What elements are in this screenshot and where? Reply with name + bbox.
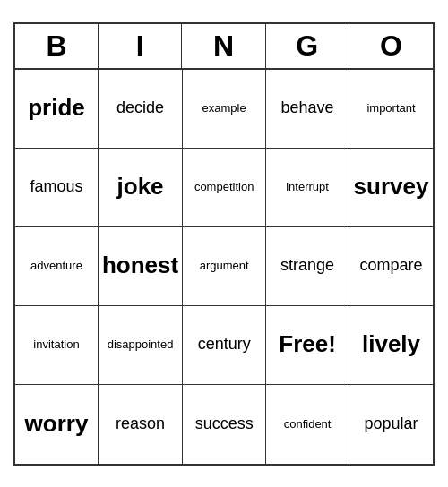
bingo-cell-text-15: invitation (33, 337, 79, 352)
bingo-cell-text-19: lively (362, 330, 420, 358)
bingo-cell-19: lively (349, 306, 433, 385)
bingo-cell-text-9: survey (354, 173, 429, 201)
bingo-cell-8: interrupt (266, 149, 349, 227)
bingo-cell-text-3: behave (281, 98, 334, 118)
bingo-cell-text-11: honest (102, 252, 178, 279)
bingo-header-letter-B: B (15, 24, 99, 68)
bingo-cell-text-8: interrupt (286, 180, 329, 194)
bingo-cell-18: Free! (266, 306, 349, 385)
bingo-cell-text-13: strange (280, 256, 334, 276)
bingo-cell-2: example (183, 70, 266, 149)
bingo-cell-text-4: important (366, 101, 415, 115)
bingo-cell-text-5: famous (30, 177, 82, 197)
bingo-cell-13: strange (266, 227, 349, 306)
bingo-cell-text-18: Free! (279, 330, 336, 358)
bingo-cell-23: confident (266, 385, 349, 464)
bingo-cell-9: survey (349, 149, 433, 227)
bingo-card: BINGO pridedecideexamplebehaveimportantf… (13, 22, 435, 466)
bingo-header-letter-O: O (349, 24, 433, 68)
bingo-header-letter-G: G (266, 24, 349, 68)
bingo-cell-text-21: reason (116, 414, 165, 434)
bingo-header-letter-N: N (182, 24, 265, 68)
bingo-cell-text-2: example (202, 101, 246, 115)
bingo-cell-text-0: pride (28, 94, 85, 122)
bingo-cell-text-22: success (195, 414, 254, 434)
bingo-cell-11: honest (99, 227, 183, 306)
bingo-cell-text-20: worry (25, 410, 89, 438)
bingo-cell-20: worry (15, 385, 99, 464)
bingo-grid: pridedecideexamplebehaveimportantfamousj… (15, 70, 433, 464)
bingo-cell-4: important (349, 70, 433, 149)
bingo-cell-text-7: competition (194, 180, 254, 194)
bingo-cell-text-6: joke (117, 173, 164, 201)
bingo-header: BINGO (15, 24, 433, 70)
bingo-header-letter-I: I (99, 24, 182, 68)
bingo-cell-text-14: compare (360, 256, 423, 276)
bingo-cell-text-1: decide (116, 98, 164, 118)
bingo-cell-16: disappointed (99, 306, 183, 385)
bingo-cell-6: joke (99, 149, 183, 227)
bingo-cell-1: decide (99, 70, 183, 149)
bingo-cell-text-12: argument (200, 259, 249, 273)
bingo-cell-17: century (183, 306, 266, 385)
bingo-cell-text-16: disappointed (108, 337, 174, 352)
bingo-cell-3: behave (266, 70, 349, 149)
bingo-cell-0: pride (15, 70, 99, 149)
bingo-cell-text-24: popular (365, 414, 418, 434)
bingo-cell-15: invitation (15, 306, 99, 385)
bingo-cell-14: compare (349, 227, 433, 306)
bingo-cell-22: success (183, 385, 266, 464)
bingo-cell-10: adventure (15, 227, 99, 306)
bingo-cell-5: famous (15, 149, 99, 227)
bingo-cell-text-23: confident (284, 417, 332, 431)
bingo-cell-21: reason (99, 385, 183, 464)
bingo-cell-text-10: adventure (30, 259, 82, 273)
bingo-cell-text-17: century (198, 335, 251, 355)
bingo-cell-7: competition (183, 149, 266, 227)
bingo-cell-24: popular (349, 385, 433, 464)
bingo-cell-12: argument (183, 227, 266, 306)
